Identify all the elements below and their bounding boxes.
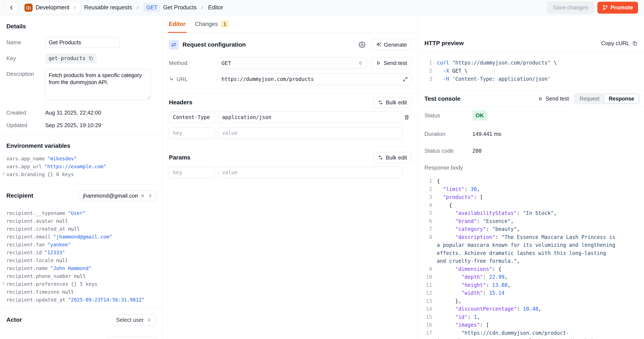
status-badge: OK <box>472 110 487 120</box>
copy-icon <box>632 41 638 46</box>
tab-changes[interactable]: Changes 1 <box>195 15 229 33</box>
method-label: Method <box>169 60 218 66</box>
tab-editor[interactable]: Editor <box>169 15 186 33</box>
resize-handle-icon[interactable] <box>146 94 150 99</box>
chevron-right-icon <box>72 5 77 10</box>
code-line: 3 -H 'Content-Type: application/json' <box>424 75 638 83</box>
corner-down-right-icon <box>169 77 174 82</box>
divider <box>0 184 162 184</box>
top-bar: Development Reusable requests GET Get Pr… <box>0 0 644 15</box>
details-sidebar: Details Name Key get-products Descri <box>0 15 162 339</box>
play-icon <box>538 96 543 101</box>
recipient-field-row: recipient.__typename"User" <box>6 209 156 217</box>
env-var-row: vars.app_url"https://example.com" <box>6 163 156 170</box>
details-title: Details <box>6 23 156 30</box>
expand-chevron-icon[interactable] <box>2 282 5 285</box>
params-bulk-edit-button[interactable]: Bulk edit <box>374 152 412 163</box>
actor-label: Actor <box>6 316 22 323</box>
code-line: 5 "availabilityStatus": "In Stock", <box>424 209 638 218</box>
method-select[interactable]: GET <box>218 57 367 69</box>
code-line: 14 "discountPercentage": 10.48, <box>424 305 638 313</box>
description-label: Description <box>6 69 45 77</box>
expand-chevron-icon[interactable] <box>2 172 5 176</box>
expand-icon[interactable] <box>402 76 408 82</box>
curl-preview-code: 1 curl "https://dummyjson.com/products" … <box>418 52 644 91</box>
console-send-test-button[interactable]: Send test <box>538 96 569 102</box>
clear-icon[interactable] <box>140 193 145 198</box>
param-key-input[interactable] <box>169 167 215 178</box>
code-line: 3 "products": [ <box>424 193 638 202</box>
copy-icon[interactable] <box>88 56 94 61</box>
gear-icon[interactable] <box>359 41 366 48</box>
code-line: 10 "depth": 22.99, <box>424 273 638 281</box>
breadcrumb-request-name[interactable]: Get Products <box>163 4 197 11</box>
send-test-button[interactable]: Send test <box>372 57 412 69</box>
app-window: Development Reusable requests GET Get Pr… <box>0 0 644 339</box>
env-vars-title: Environment variables <box>6 142 156 149</box>
editor-tabs: Editor Changes 1 <box>162 15 418 33</box>
recipient-field-row: recipient.email"jhammond@gmail.com" <box>6 233 156 241</box>
recipient-combobox[interactable]: jhammond@gmail.com <box>79 190 156 201</box>
duration-value: 149.441 ms <box>472 131 501 137</box>
code-line: 13 }, <box>424 297 638 305</box>
recipient-field-row: recipient.updated_at"2025-09-23T14:56:31… <box>6 296 156 304</box>
header-row <box>169 112 412 123</box>
code-line: 7 "category": "beauty", <box>424 225 638 234</box>
copy-curl-button[interactable]: Copy cURL <box>601 40 638 47</box>
promote-button[interactable]: Promote <box>597 2 638 14</box>
url-input[interactable] <box>218 74 412 85</box>
git-branch-icon <box>602 5 608 10</box>
status-code-value: 200 <box>472 148 482 154</box>
recipient-title: Recipient <box>6 192 33 199</box>
headers-title: Headers <box>169 99 192 106</box>
updated-value: Sep 25 2025, 19:10:29 <box>45 122 101 128</box>
headers-bulk-edit-button[interactable]: Bulk edit <box>374 97 412 108</box>
divider <box>162 93 418 93</box>
status-label: Status <box>424 112 472 119</box>
generate-button[interactable]: Generate <box>372 39 412 50</box>
breadcrumb-reusable-requests[interactable]: Reusable requests <box>84 4 132 11</box>
http-preview-title: HTTP preview <box>424 40 464 47</box>
environment-label: Development <box>36 4 70 11</box>
code-line: 8 "description": "The Essence Mascara La… <box>424 234 638 265</box>
header-value-input[interactable] <box>218 127 402 139</box>
divider <box>162 147 418 147</box>
swap-arrows-icon <box>169 40 179 50</box>
recipient-field-row: recipient.id"12333" <box>6 249 156 256</box>
created-label: Created <box>6 110 45 116</box>
save-changes-button[interactable]: Save changes <box>547 2 594 14</box>
code-line: 11 "height": 13.08, <box>424 281 638 290</box>
code-line: 17 "https://cdn.dummyjson.com/product-im… <box>424 329 638 339</box>
header-key-input[interactable] <box>169 127 215 139</box>
header-key-input[interactable] <box>169 112 215 123</box>
tenant-select[interactable]: Select tenant <box>107 337 156 339</box>
divider <box>0 308 162 309</box>
test-console-title: Test console <box>424 96 460 102</box>
actor-select[interactable]: Select user <box>112 314 156 325</box>
toggle-request[interactable]: Request <box>575 94 604 104</box>
preview-column: HTTP preview Copy cURL 1 curl "https://d… <box>418 15 644 339</box>
code-line: 15 "id": 1, <box>424 313 638 321</box>
code-line: 16 "images": [ <box>424 321 638 329</box>
param-value-input[interactable] <box>218 167 402 178</box>
bulk-edit-icon <box>378 100 383 105</box>
env-vars-list: vars.app_name"mikesdev" vars.app_url"htt… <box>6 155 156 178</box>
header-value-input[interactable] <box>218 112 402 123</box>
name-input[interactable] <box>45 37 120 48</box>
back-button[interactable] <box>6 2 18 14</box>
environment-switcher[interactable]: Development <box>21 2 81 14</box>
code-line: 6 "brand": "Essence", <box>424 218 638 226</box>
editor-column: Editor Changes 1 Request configuration <box>162 15 418 339</box>
trash-icon[interactable] <box>402 114 412 120</box>
code-line: 4 { <box>424 202 638 210</box>
test-console-header: Test console Send test Request Response <box>418 91 644 107</box>
url-label: URL <box>169 76 218 82</box>
code-line: 12 "width": 15.14 <box>424 289 638 297</box>
code-line: 2 -X GET \ <box>424 67 638 75</box>
param-row-empty <box>169 167 412 178</box>
code-line: 2 "limit": 30, <box>424 186 638 194</box>
chevron-right-icon <box>200 5 205 10</box>
description-textarea[interactable]: Fetch products from a specific category … <box>45 69 151 100</box>
chevron-right-icon <box>136 5 140 10</box>
toggle-response[interactable]: Response <box>604 94 639 104</box>
